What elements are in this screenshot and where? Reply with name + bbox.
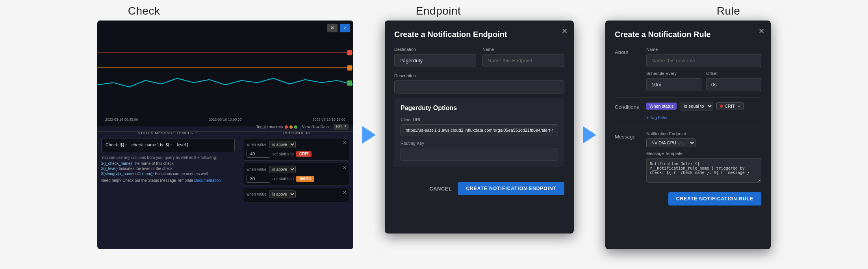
description-input[interactable] xyxy=(394,80,564,93)
condition-row: When status is equal to CRIT ▾ xyxy=(646,102,761,110)
endpoint-name-label: Name xyxy=(482,47,564,52)
time-label-1: 2022-03-16 09:45:00 xyxy=(105,118,138,121)
status-template-section: STATUS MESSAGE TEMPLATE Check: ${ r__che… xyxy=(97,127,239,247)
endpoint-close-button[interactable]: ✕ xyxy=(562,27,568,35)
message-section: Message Notification Endpoint NVIDIA GPU… xyxy=(615,131,761,184)
create-rule-button[interactable]: CREATE NOTIFICATION RULE xyxy=(668,192,761,205)
chart-check-btn[interactable]: ✓ xyxy=(340,24,350,32)
marker-orange xyxy=(289,125,293,129)
arrow-check-to-endpoint xyxy=(353,21,385,249)
client-url-input[interactable] xyxy=(401,124,558,136)
help-button[interactable]: HELP xyxy=(334,124,349,130)
threshold-crit-close[interactable]: ✕ xyxy=(343,140,347,146)
rule-dialog-title: Create a Notification Rule xyxy=(615,30,761,39)
check-label: Check xyxy=(128,5,160,17)
message-template-label: Message Template xyxy=(646,151,761,156)
toggle-markers-label: Toggle markers xyxy=(256,125,283,129)
conditions-label: Conditions xyxy=(615,104,639,110)
rule-label: Rule xyxy=(717,5,740,17)
message-label: Message xyxy=(615,134,636,140)
schedule-every-label: Schedule Every xyxy=(646,71,701,76)
endpoint-label: Endpoint xyxy=(416,5,461,17)
endpoint-dialog-title: Create a Notification Endpoint xyxy=(394,30,564,39)
client-url-label: Client URL xyxy=(401,117,558,122)
is-equal-to-select[interactable]: is equal to xyxy=(680,102,713,110)
pagerduty-options: Pagerduty Options Client URL Routing Key xyxy=(394,98,564,167)
var-level: ${r_level} Indicates the level of the ch… xyxy=(101,166,235,171)
endpoint-dialog-footer: CANCEL CREATE NOTIFICATION ENDPOINT xyxy=(394,177,564,195)
warn-badge: WARN xyxy=(296,176,315,182)
doc-link[interactable]: Documentation xyxy=(194,178,221,183)
nvidia-endpoint-select[interactable]: NVIDIA GPU UI... xyxy=(646,138,696,147)
endpoint-dialog: Create a Notification Endpoint ✕ Destina… xyxy=(385,21,574,234)
threshold-crit-condition-select[interactable]: is above xyxy=(269,141,296,148)
var-check-name: ${r_check_name} The name of this check xyxy=(101,161,235,166)
svg-rect-2 xyxy=(347,50,352,55)
threshold-crit-status-label: set status to xyxy=(273,152,294,156)
chart-area: ✕ ✓ 2022-03-16 09:45:00 2022-03-16 10:00… xyxy=(97,21,353,127)
var-numeric: ${string(v) r_numericColumn)} Functions … xyxy=(101,172,235,176)
arrow-endpoint-to-rule xyxy=(574,21,605,249)
threshold-empty-when-label: when value xyxy=(247,192,267,196)
destination-label: Destination xyxy=(394,47,476,52)
template-help-text: You can use any columns from your query … xyxy=(101,155,235,160)
routing-key-input[interactable] xyxy=(401,148,558,161)
threshold-warn-status-label: set status to xyxy=(273,177,294,181)
description-label: Description xyxy=(394,73,564,78)
chart-svg xyxy=(97,28,353,115)
tag-filter-link[interactable]: + Tag Filter xyxy=(646,115,668,120)
conditions-section: Conditions When status is equal to CRIT … xyxy=(615,102,761,121)
view-raw-button[interactable]: View Raw Data xyxy=(302,125,329,129)
threshold-crit-value-input[interactable] xyxy=(247,150,270,158)
crit-dot-icon xyxy=(720,105,723,108)
endpoint-name-input[interactable] xyxy=(482,54,564,67)
threshold-warn-condition-select[interactable]: is above xyxy=(269,166,296,173)
rule-close-button[interactable]: ✕ xyxy=(759,27,764,35)
svg-rect-3 xyxy=(347,65,352,71)
thresholds-section: THRESHOLDS ✕ when value is above set sta… xyxy=(239,127,353,247)
threshold-empty-condition-select[interactable]: is above xyxy=(269,191,296,198)
chart-time-labels: 2022-03-16 09:45:00 2022-03-16 10:00:00 … xyxy=(97,117,353,122)
svg-rect-4 xyxy=(347,80,352,86)
about-section: About Name Schedule Every Offset xyxy=(615,47,761,91)
check-panel: ✕ ✓ 2022-03-16 09:45:00 2022-03-16 10:00… xyxy=(97,21,353,249)
offset-input[interactable] xyxy=(706,78,761,91)
need-help-text: Need help? Check out the Status Message … xyxy=(101,178,235,183)
routing-key-label: Routing Key xyxy=(401,141,558,146)
arrow-icon-1 xyxy=(362,126,376,144)
crit-condition-label: CRIT xyxy=(725,104,735,108)
chart-close-btn[interactable]: ✕ xyxy=(327,24,338,32)
about-label: About xyxy=(615,49,628,55)
message-template-textarea[interactable]: Notification Rule: ${ r__notification_ru… xyxy=(646,158,761,183)
offset-label: Offset xyxy=(706,71,761,76)
time-label-3: 2022-03-16 10:15:00 xyxy=(312,118,345,121)
time-label-2: 2022-03-16 10:00:00 xyxy=(209,118,242,121)
template-box[interactable]: Check: ${ r__check_name } is: ${ r__leve… xyxy=(101,138,235,152)
destination-select[interactable]: Pagerduty xyxy=(394,54,476,67)
rule-name-label: Name xyxy=(646,47,761,52)
arrow-icon-2 xyxy=(583,126,596,144)
threshold-warn-when-label: when value xyxy=(247,167,267,172)
threshold-item-empty: ✕ when value is above xyxy=(243,188,349,202)
pagerduty-options-title: Pagerduty Options xyxy=(401,105,558,112)
threshold-warn-value-input[interactable] xyxy=(247,175,270,183)
rule-name-input[interactable] xyxy=(646,54,761,67)
threshold-empty-close[interactable]: ✕ xyxy=(343,190,347,195)
notification-endpoint-label: Notification Endpoint xyxy=(646,131,761,136)
threshold-crit-when-label: when value xyxy=(247,142,267,147)
threshold-warn-close[interactable]: ✕ xyxy=(343,165,347,170)
crit-condition-badge: CRIT ▾ xyxy=(716,102,744,110)
rule-dialog: Create a Notification Rule ✕ About Name … xyxy=(605,21,771,249)
when-status-badge: When status xyxy=(646,103,677,110)
threshold-item-crit: ✕ when value is above set status to CRIT xyxy=(243,138,349,161)
threshold-item-warn: ✕ when value is above set status to WARN xyxy=(243,163,349,185)
endpoint-cancel-button[interactable]: CANCEL xyxy=(429,186,452,192)
toggle-markers: Toggle markers xyxy=(256,125,297,129)
schedule-every-input[interactable] xyxy=(646,78,701,91)
crit-badge: CRIT xyxy=(296,151,312,157)
marker-green xyxy=(294,125,297,129)
rule-footer: CREATE NOTIFICATION RULE xyxy=(615,192,761,205)
marker-red xyxy=(285,125,288,129)
create-endpoint-button[interactable]: CREATE NOTIFICATION ENDPOINT xyxy=(458,182,564,195)
